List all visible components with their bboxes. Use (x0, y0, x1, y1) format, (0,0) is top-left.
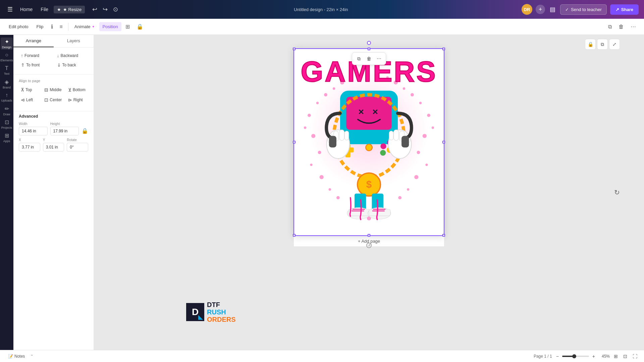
stats-button[interactable]: ▤ (548, 4, 557, 14)
zoom-in-button[interactable]: + (591, 353, 596, 360)
sidebar-item-design[interactable]: ✦ Design (1, 38, 13, 50)
sidebar-item-apps[interactable]: ⊞ Apps (1, 131, 13, 143)
info-button[interactable]: ℹ (48, 21, 56, 32)
sidebar-item-text[interactable]: T Text (1, 64, 13, 76)
order-section: ↑ Forward ↓ Backward ⇑ To front ⇓ To bac… (13, 48, 94, 74)
element-more-button[interactable]: ⋯ (374, 54, 384, 63)
sidebar-item-uploads[interactable]: ↑ Uploads (1, 91, 13, 103)
edit-photo-button[interactable]: Edit photo (5, 22, 32, 31)
x-group: X (19, 138, 40, 152)
width-label: Width (19, 122, 48, 126)
svg-point-21 (320, 175, 324, 179)
height-input[interactable] (50, 127, 79, 135)
sidebar-icons: ✦ Design ○ Elements T Text ◈ Brand ↑ Upl… (0, 35, 13, 350)
notes-button[interactable]: 📝 Notes (5, 353, 28, 360)
zoom-thumb[interactable] (572, 354, 576, 358)
draw-icon: ✏ (5, 106, 9, 112)
canvas-lock-button[interactable]: 🔒 (585, 39, 596, 50)
copy-toolbar-button[interactable]: ⧉ (605, 22, 614, 32)
sidebar-item-projects[interactable]: ⊡ Projects (1, 118, 13, 130)
delete-toolbar-button[interactable]: 🗑 (616, 22, 627, 32)
zoom-controls: − + (555, 353, 596, 360)
to-back-button[interactable]: ⇓ To back (55, 61, 89, 69)
share-button[interactable]: ↗ Share (610, 4, 639, 15)
panel-toggle-button[interactable]: ⌃ (30, 354, 34, 359)
add-collaborator-button[interactable]: + (536, 5, 545, 14)
sidebar-item-elements[interactable]: ○ Elements (1, 51, 13, 63)
x-input[interactable] (19, 143, 40, 152)
rotate-handle-bottom[interactable]: ↺ (366, 243, 372, 248)
animate-button[interactable]: Animate✦ (71, 22, 98, 31)
svg-point-14 (304, 126, 306, 129)
fullscreen-button[interactable]: ⛶ (631, 353, 639, 360)
logo-d-letter: D (192, 307, 199, 317)
forward-button[interactable]: ↑ Forward (19, 52, 52, 60)
avatar[interactable]: DR (522, 4, 532, 15)
gamers-illustration[interactable]: GAMERS ✕ ✕ (293, 48, 444, 236)
align-left-button[interactable]: ⊲ Left (19, 96, 41, 104)
resize-button[interactable]: ★ ★ Resize (54, 6, 85, 13)
canvas-expand-button[interactable]: ⤢ (609, 39, 620, 50)
align-center-button[interactable]: ⊡ Center (42, 96, 64, 104)
rotate-handle-top[interactable] (367, 41, 371, 45)
sidebar-item-draw[interactable]: ✏ Draw (1, 105, 13, 117)
svg-point-9 (403, 87, 405, 90)
align-button[interactable]: ≡ (57, 22, 65, 32)
tab-layers[interactable]: Layers (54, 35, 94, 47)
share-icon: ↗ (615, 7, 619, 12)
svg-point-25 (336, 196, 340, 199)
zoom-out-button[interactable]: − (555, 353, 560, 360)
svg-text:$: $ (366, 179, 372, 190)
svg-point-7 (419, 102, 422, 104)
grid-view-button[interactable]: ⊞ (612, 353, 619, 360)
align-top-icon: ⊼ (21, 87, 24, 93)
y-group: Y (43, 138, 64, 152)
rotate-label: Rotate (67, 138, 88, 142)
sidebar-item-brand[interactable]: ◈ Brand (1, 78, 13, 90)
y-input[interactable] (43, 143, 64, 152)
align-middle-icon: ⊟ (44, 87, 48, 93)
tab-arrange[interactable]: Arrange (13, 35, 54, 47)
zoom-slider[interactable] (562, 356, 589, 357)
svg-point-15 (423, 134, 427, 138)
home-nav[interactable]: Home (17, 5, 35, 14)
lock-icon-button[interactable]: 🔒 (134, 21, 146, 32)
to-front-button[interactable]: ⇑ To front (19, 61, 52, 69)
svg-point-10 (427, 114, 430, 117)
align-middle-button[interactable]: ⊟ Middle (42, 85, 64, 94)
svg-rect-67 (329, 136, 336, 147)
width-input[interactable] (19, 127, 48, 135)
fit-view-button[interactable]: ⊡ (622, 353, 629, 360)
menu-icon[interactable]: ☰ (5, 4, 15, 15)
align-right-button[interactable]: ⊳ Right (66, 96, 88, 104)
svg-point-26 (398, 196, 401, 199)
undo-button[interactable]: ↩ (90, 4, 99, 14)
backward-button[interactable]: ↓ Backward (55, 52, 89, 60)
align-top-button[interactable]: ⊼ Top (19, 85, 41, 94)
align-bottom-icon: ⊻ (68, 87, 71, 93)
advanced-section: Advanced Width Height 🔒 X (13, 111, 94, 158)
projects-icon: ⊡ (5, 119, 9, 125)
refresh-icon[interactable]: ↻ (614, 188, 620, 196)
align-section-title: Align to page (19, 79, 88, 83)
svg-rect-64 (369, 209, 390, 216)
file-nav[interactable]: File (38, 5, 51, 14)
rotate-input[interactable] (67, 143, 88, 152)
brand-icon: ◈ (5, 79, 9, 85)
element-toolbar: ⧉ 🗑 ⋯ (352, 52, 386, 65)
canvas-copy-button[interactable]: ⧉ (597, 39, 608, 50)
position-button[interactable]: Position (99, 22, 121, 31)
more-toolbar-button[interactable]: ⋯ (628, 21, 639, 32)
crop-icon-button[interactable]: ⊞ (123, 21, 132, 32)
element-delete-button[interactable]: 🗑 (364, 54, 374, 63)
design-label: Design (2, 46, 11, 49)
topbar: ☰ Home File ★ ★ Resize ↩ ↪ ⊙ Untitled de… (0, 0, 644, 19)
flip-button[interactable]: Flip (33, 22, 47, 31)
redo-button[interactable]: ↪ (101, 4, 110, 14)
timer-button[interactable]: ⊙ (111, 4, 120, 14)
align-bottom-button[interactable]: ⊻ Bottom (66, 85, 88, 94)
send-teacher-button[interactable]: ✓ Send to teacher (560, 4, 607, 15)
element-copy-button[interactable]: ⧉ (354, 54, 364, 63)
ratio-lock-button[interactable]: 🔒 (82, 122, 88, 135)
elements-icon: ○ (5, 52, 8, 58)
